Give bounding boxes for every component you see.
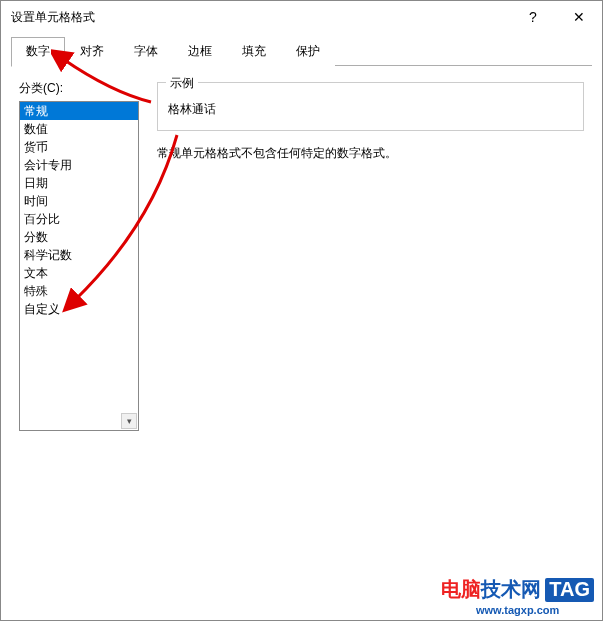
sample-value: 格林通话	[168, 101, 573, 118]
watermark: 电脑技术网TAG www.tagxp.com	[441, 576, 594, 616]
category-listbox[interactable]: 常规 数值 货币 会计专用 日期 时间 百分比 分数 科学记数 文本 特殊 自定…	[19, 101, 139, 431]
tab-number[interactable]: 数字	[11, 37, 65, 67]
help-button[interactable]: ?	[510, 1, 556, 33]
watermark-part1: 电脑	[441, 578, 481, 600]
list-item[interactable]: 文本	[20, 264, 138, 282]
list-item[interactable]: 特殊	[20, 282, 138, 300]
scroll-down-icon[interactable]: ▾	[121, 413, 137, 429]
list-item[interactable]: 货币	[20, 138, 138, 156]
tab-fill[interactable]: 填充	[227, 37, 281, 66]
format-cells-dialog: 设置单元格格式 ? ✕ 数字 对齐 字体 边框 填充 保护 分类(C): 常规 …	[0, 0, 603, 621]
close-button[interactable]: ✕	[556, 1, 602, 33]
window-title: 设置单元格格式	[11, 9, 510, 26]
list-item[interactable]: 数值	[20, 120, 138, 138]
list-item[interactable]: 科学记数	[20, 246, 138, 264]
list-item[interactable]: 分数	[20, 228, 138, 246]
watermark-tag: TAG	[545, 578, 594, 602]
sample-title: 示例	[166, 75, 198, 92]
titlebar: 设置单元格格式 ? ✕	[1, 1, 602, 33]
tab-border[interactable]: 边框	[173, 37, 227, 66]
list-item[interactable]: 会计专用	[20, 156, 138, 174]
list-item[interactable]: 百分比	[20, 210, 138, 228]
category-list-inner: 常规 数值 货币 会计专用 日期 时间 百分比 分数 科学记数 文本 特殊 自定…	[20, 102, 138, 318]
list-item[interactable]: 时间	[20, 192, 138, 210]
list-item[interactable]: 自定义	[20, 300, 138, 318]
watermark-url: www.tagxp.com	[441, 604, 594, 616]
category-column: 分类(C): 常规 数值 货币 会计专用 日期 时间 百分比 分数 科学记数 文…	[19, 80, 139, 431]
watermark-text: 电脑技术网TAG	[441, 576, 594, 603]
watermark-part2: 技术网	[481, 578, 541, 600]
format-description: 常规单元格格式不包含任何特定的数字格式。	[157, 145, 584, 162]
tabstrip: 数字 对齐 字体 边框 填充 保护	[1, 37, 602, 66]
sample-groupbox: 示例 格林通话	[157, 82, 584, 131]
category-label: 分类(C):	[19, 80, 139, 97]
list-item[interactable]: 日期	[20, 174, 138, 192]
detail-column: 示例 格林通话 常规单元格格式不包含任何特定的数字格式。	[139, 80, 584, 431]
tab-alignment[interactable]: 对齐	[65, 37, 119, 66]
list-item[interactable]: 常规	[20, 102, 138, 120]
tab-font[interactable]: 字体	[119, 37, 173, 66]
content-area: 分类(C): 常规 数值 货币 会计专用 日期 时间 百分比 分数 科学记数 文…	[1, 66, 602, 449]
tab-protection[interactable]: 保护	[281, 37, 335, 66]
